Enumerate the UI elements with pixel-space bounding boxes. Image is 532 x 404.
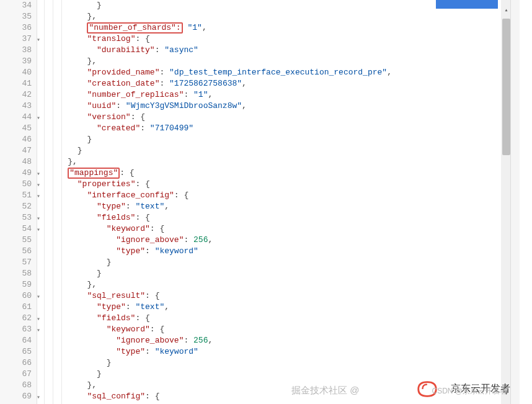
code-line[interactable]: } xyxy=(48,357,532,369)
code-line[interactable]: "type": "keyword" xyxy=(48,246,532,257)
punct-token: , xyxy=(208,90,213,99)
code-line[interactable]: }, xyxy=(48,156,532,168)
punct-token: , xyxy=(202,23,207,32)
code-line[interactable]: "type": "text", xyxy=(48,201,532,212)
code-line[interactable]: "fields": { xyxy=(48,313,532,324)
line-number: 55 xyxy=(0,235,32,246)
line-number: 58 xyxy=(0,268,32,279)
punct-token: }, xyxy=(87,12,97,21)
scroll-up-icon[interactable]: ▴ xyxy=(502,6,510,14)
code-line[interactable]: "type": "keyword" xyxy=(48,346,532,357)
scrollbar-thumb[interactable] xyxy=(502,19,510,155)
key-token: "provided_name" xyxy=(87,68,159,77)
code-line[interactable]: } xyxy=(48,134,532,145)
code-line[interactable]: } xyxy=(48,268,532,279)
code-editor[interactable]: 34353637▾38394041424344▾4546474849▾50▾51… xyxy=(0,0,532,404)
code-line[interactable]: "translog": { xyxy=(48,34,532,45)
punct-token: } xyxy=(107,358,112,367)
key-token: "type" xyxy=(116,347,145,356)
punct-token: : xyxy=(184,336,193,345)
code-line[interactable]: "creation_date": "1725862758638", xyxy=(48,78,532,89)
code-line[interactable]: "fields": { xyxy=(48,212,532,223)
line-number: 53▾ xyxy=(0,212,32,223)
punct-token: : { xyxy=(150,325,164,334)
code-line[interactable]: }, xyxy=(48,279,532,290)
punct-token: : xyxy=(145,246,155,256)
line-number: 51▾ xyxy=(0,190,32,201)
key-token: "version" xyxy=(87,112,130,122)
key-token: "ignore_above" xyxy=(116,235,184,245)
line-number: 66 xyxy=(0,357,32,369)
key-token: "properties" xyxy=(78,179,136,189)
code-line[interactable]: "created": "7170499" xyxy=(48,123,532,134)
punct-token: : { xyxy=(135,34,149,43)
line-number: 65 xyxy=(0,346,32,357)
string-token: "keyword" xyxy=(155,246,198,256)
code-line[interactable]: "number_of_replicas": "1", xyxy=(48,89,532,101)
string-token: "WjmcY3gVSMiDbrooSanz8w" xyxy=(126,101,242,110)
key-token: "interface_config" xyxy=(87,191,174,200)
punct-token: : { xyxy=(145,291,159,300)
key-token: "fields" xyxy=(97,313,135,323)
punct-token: : xyxy=(184,235,193,245)
line-number: 44▾ xyxy=(0,112,32,123)
code-line[interactable]: } xyxy=(48,145,532,156)
string-token: "async" xyxy=(164,45,198,55)
punct-token: } xyxy=(97,369,102,379)
line-number: 50▾ xyxy=(0,179,32,190)
key-token: "created" xyxy=(97,123,140,133)
string-token: "text" xyxy=(135,302,164,312)
punct-token: , xyxy=(242,101,247,110)
code-line[interactable]: }, xyxy=(48,56,532,67)
code-line[interactable]: "ignore_above": 256, xyxy=(48,235,532,246)
code-line[interactable]: "keyword": { xyxy=(48,223,532,235)
punct-token: : xyxy=(159,79,169,88)
key-token: "keyword" xyxy=(107,224,150,233)
code-line[interactable]: "properties": { xyxy=(48,179,532,190)
key-token: "creation_date" xyxy=(87,79,159,88)
key-token: "translog" xyxy=(87,34,135,43)
code-content[interactable]: } }, "number_of_shards": "1", "translog"… xyxy=(37,0,532,404)
string-token: "text" xyxy=(135,202,164,211)
code-line[interactable]: } xyxy=(48,257,532,268)
punct-token: }, xyxy=(87,380,97,390)
code-line[interactable]: }, xyxy=(48,11,532,22)
line-number: 60▾ xyxy=(0,290,32,302)
code-line[interactable]: "ignore_above": 256, xyxy=(48,335,532,346)
scrollbar[interactable]: ▴ ▾ xyxy=(501,0,510,404)
code-line[interactable]: "sql_result": { xyxy=(48,290,532,302)
highlighted-key: "number_of_shards": xyxy=(87,22,182,34)
line-number: 49▾ xyxy=(0,168,32,179)
code-line[interactable]: "uuid": "WjmcY3gVSMiDbrooSanz8w", xyxy=(48,101,532,112)
code-line[interactable]: "version": { xyxy=(48,112,532,123)
punct-token: : { xyxy=(135,313,149,323)
punct-token: : { xyxy=(135,213,149,222)
code-line[interactable]: "keyword": { xyxy=(48,324,532,335)
code-line[interactable]: "type": "text", xyxy=(48,302,532,313)
line-number: 69▾ xyxy=(0,391,32,402)
line-number: 56 xyxy=(0,246,32,257)
code-line[interactable]: } xyxy=(48,369,532,380)
punct-token: } xyxy=(78,146,82,155)
code-line[interactable]: "number_of_shards": "1", xyxy=(48,22,532,34)
code-line[interactable]: "durability": "async" xyxy=(48,45,532,56)
punct-token: , xyxy=(387,68,392,77)
line-number: 54▾ xyxy=(0,223,32,235)
key-token: "type" xyxy=(97,202,126,211)
line-number: 43 xyxy=(0,101,32,112)
line-number: 57 xyxy=(0,257,32,268)
code-line[interactable]: "interface_config": { xyxy=(48,190,532,201)
action-button[interactable] xyxy=(436,0,498,9)
punct-token: } xyxy=(87,135,92,144)
punct-token: : xyxy=(184,90,193,99)
punct-token: : { xyxy=(145,392,159,401)
punct-token: : xyxy=(126,202,136,211)
code-line[interactable]: "mappings": { xyxy=(48,168,532,179)
line-number: 59 xyxy=(0,279,32,290)
punct-token: , xyxy=(164,202,169,211)
key-token: "keyword" xyxy=(107,325,150,334)
line-number: 39 xyxy=(0,56,32,67)
line-number: 62▾ xyxy=(0,313,32,324)
key-token: "type" xyxy=(97,302,126,312)
code-line[interactable]: "provided_name": "dp_test_temp_interface… xyxy=(48,67,532,78)
